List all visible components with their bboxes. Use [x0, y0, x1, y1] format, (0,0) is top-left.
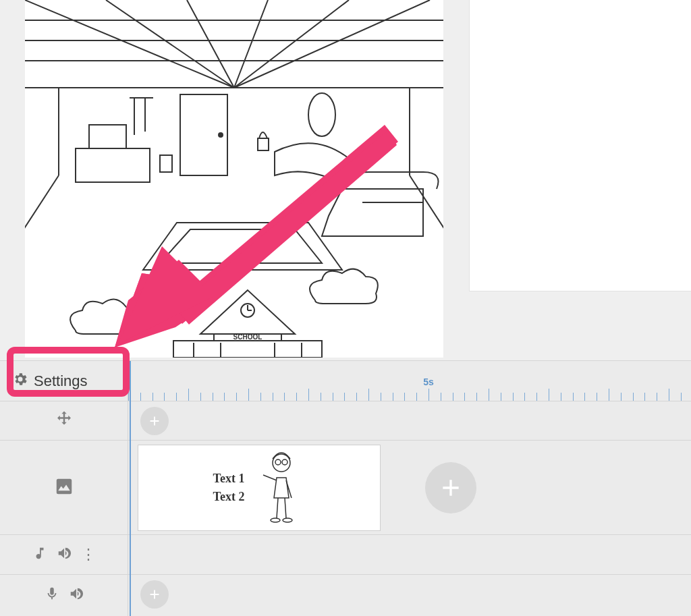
playhead[interactable] — [130, 361, 131, 616]
music-note-icon — [32, 546, 47, 563]
canvas-area: SCHOOL — [0, 0, 691, 361]
mic-track[interactable] — [128, 575, 691, 615]
settings-label: Settings — [34, 372, 88, 390]
volume-icon — [69, 586, 84, 604]
clip-text-1: Text 1 — [213, 472, 245, 486]
volume-icon — [57, 546, 72, 563]
scene-clip[interactable]: Text 1 Text 2 — [138, 445, 381, 531]
add-scene-button[interactable] — [425, 462, 476, 513]
move-track-icon-cell[interactable] — [0, 401, 128, 440]
character-thumbnail — [258, 451, 305, 525]
timeline-tracks: 5s Text 1 Text 2 — [128, 361, 691, 616]
add-voice-button[interactable] — [140, 580, 169, 609]
menu-dots-icon[interactable]: ⋮ — [81, 547, 95, 562]
clip-text-2: Text 2 — [213, 490, 245, 504]
ruler-label-5s: 5s — [423, 376, 434, 387]
svg-line-2 — [106, 0, 234, 88]
svg-line-46 — [263, 475, 277, 480]
svg-line-49 — [285, 498, 286, 518]
svg-point-50 — [271, 518, 280, 522]
svg-line-13 — [410, 175, 443, 310]
svg-line-12 — [25, 175, 59, 310]
settings-button[interactable]: Settings — [0, 361, 128, 401]
svg-point-51 — [283, 518, 292, 522]
annotation-arrow — [115, 125, 398, 347]
gear-icon — [12, 371, 28, 391]
image-track-icon-cell[interactable] — [0, 441, 128, 534]
microphone-icon — [45, 586, 59, 604]
svg-line-1 — [25, 0, 234, 88]
side-panel — [469, 0, 691, 291]
timeline-left-col: Settings — [0, 361, 128, 616]
music-track[interactable] — [128, 535, 691, 575]
music-track-icon-cell[interactable]: ⋮ — [0, 535, 128, 574]
svg-line-3 — [187, 0, 234, 88]
svg-line-48 — [277, 498, 278, 518]
mic-track-icon-cell[interactable] — [0, 575, 128, 615]
timeline-area: Settings — [0, 360, 691, 616]
ruler-row[interactable]: 5s — [128, 361, 691, 401]
image-track[interactable]: Text 1 Text 2 — [128, 441, 691, 535]
add-move-button[interactable] — [140, 407, 169, 435]
move-track[interactable] — [128, 401, 691, 441]
time-ruler[interactable] — [128, 385, 691, 401]
image-icon — [54, 476, 74, 499]
move-icon — [54, 410, 74, 432]
